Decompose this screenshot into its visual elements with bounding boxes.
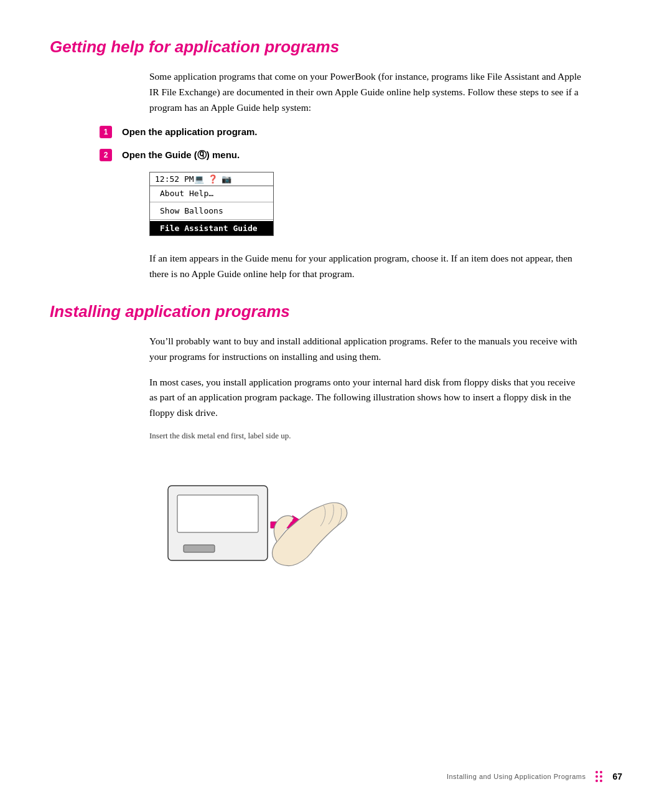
section1-body2: If an item appears in the Guide menu for… [149, 251, 585, 282]
menu-bar: 12:52 PM💻 ❓ 📷 [149, 172, 274, 186]
menu-illustration: 12:52 PM💻 ❓ 📷 About Help… Show Balloons … [149, 172, 274, 236]
step-2-number: 2 [100, 149, 112, 161]
page: Getting help for application programs So… [0, 0, 672, 807]
menu-divider-1 [150, 202, 273, 202]
menu-item-about: About Help… [150, 186, 273, 201]
section2-heading: Installing application programs [50, 302, 622, 321]
footer-dot [600, 771, 602, 773]
page-footer: Installing and Using Application Program… [50, 771, 622, 782]
section1-heading: Getting help for application programs [50, 37, 622, 57]
footer-dots [595, 771, 602, 782]
section2-body1: You’ll probably want to buy and install … [149, 334, 585, 365]
steps-list: 1 Open the application program. 2 Open t… [100, 125, 585, 162]
footer-dot [595, 775, 598, 778]
footer-dot [595, 780, 598, 782]
svg-rect-2 [184, 545, 215, 552]
footer-dot [600, 780, 602, 782]
menu-dropdown: About Help… Show Balloons File Assistant… [149, 186, 274, 236]
step-1-number: 1 [100, 126, 112, 138]
step-2: 2 Open the Guide (ⓠ) menu. [100, 148, 585, 163]
floppy-svg [149, 448, 361, 573]
menu-item-file-assistant: File Assistant Guide [150, 221, 273, 235]
footer-dot-row-3 [595, 780, 602, 782]
menu-divider-2 [150, 219, 273, 220]
section1-body1: Some application programs that come on y… [149, 69, 585, 115]
floppy-caption: Insert the disk metal end first, label s… [149, 431, 622, 441]
footer-text: Installing and Using Application Program… [447, 773, 586, 780]
section2-body2: In most cases, you install application p… [149, 375, 585, 421]
svg-rect-1 [177, 495, 258, 532]
footer-dot-row-2 [595, 775, 602, 778]
footer-dot-row-1 [595, 771, 602, 773]
section2: Installing application programs You’ll p… [50, 302, 622, 573]
menu-item-balloons: Show Balloons [150, 204, 273, 218]
camera-icon: 📷 [222, 174, 231, 184]
step-1: 1 Open the application program. [100, 125, 585, 139]
question-icon: ❓ [208, 174, 218, 184]
page-number: 67 [612, 772, 622, 781]
footer-dot [595, 771, 598, 773]
step-2-text: Open the Guide (ⓠ) menu. [122, 148, 240, 163]
menu-time: 12:52 PM💻 [155, 174, 204, 184]
footer-dot [600, 775, 602, 778]
step-1-text: Open the application program. [122, 125, 258, 139]
floppy-illustration [149, 448, 361, 573]
